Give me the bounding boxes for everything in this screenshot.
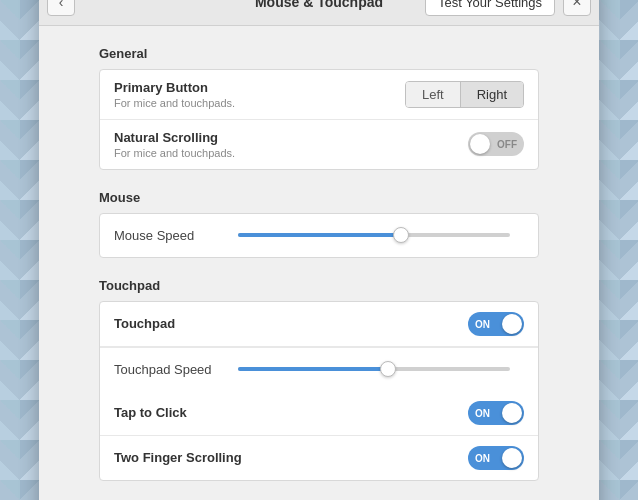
test-settings-button[interactable]: Test Your Settings [425,0,555,16]
general-section-title: General [99,46,539,61]
left-button[interactable]: Left [406,82,461,107]
natural-scrolling-label-group: Natural Scrolling For mice and touchpads… [114,130,235,159]
touchpad-knob [502,314,522,334]
mouse-speed-label: Mouse Speed [114,228,224,243]
mouse-speed-row: Mouse Speed [100,214,538,257]
two-finger-scrolling-knob [502,448,522,468]
tap-to-click-label: Tap to Click [114,405,187,420]
two-finger-scrolling-toggle[interactable]: ON [468,446,524,470]
two-finger-scrolling-label: Two Finger Scrolling [114,450,242,465]
close-button[interactable]: × [563,0,591,16]
touchpad-row: Touchpad ON [100,302,538,347]
tap-to-click-knob [502,403,522,423]
touchpad-speed-slider-wrap[interactable] [238,367,510,371]
back-button[interactable]: ‹ [47,0,75,16]
settings-window: ‹ Mouse & Touchpad Test Your Settings × … [39,0,599,500]
two-finger-scrolling-toggle-wrap: ON [468,446,524,470]
mouse-speed-slider-wrap[interactable] [238,233,510,237]
touchpad-speed-thumb[interactable] [380,361,396,377]
touchpad-speed-row: Touchpad Speed [100,347,538,391]
touchpad-speed-fill [238,367,388,371]
settings-content: General Primary Button For mice and touc… [39,26,599,501]
tap-to-click-row: Tap to Click ON [100,391,538,436]
mouse-speed-thumb[interactable] [393,227,409,243]
titlebar: ‹ Mouse & Touchpad Test Your Settings × [39,0,599,26]
titlebar-left: ‹ [47,0,75,16]
two-finger-scrolling-row: Two Finger Scrolling ON [100,436,538,480]
two-finger-scrolling-toggle-text: ON [475,452,490,463]
touchpad-toggle-wrap: ON [468,312,524,336]
window-title: Mouse & Touchpad [255,0,383,10]
natural-scrolling-toggle-wrap: OFF [468,132,524,156]
primary-button-row: Primary Button For mice and touchpads. L… [100,70,538,120]
primary-button-sublabel: For mice and touchpads. [114,97,235,109]
natural-scrolling-sublabel: For mice and touchpads. [114,147,235,159]
touchpad-section-box: Touchpad ON Touchpad Speed [99,301,539,481]
mouse-speed-track [238,233,510,237]
tap-to-click-toggle[interactable]: ON [468,401,524,425]
touchpad-section-title: Touchpad [99,278,539,293]
tap-to-click-toggle-wrap: ON [468,401,524,425]
mouse-speed-fill [238,233,401,237]
natural-scrolling-toggle-text: OFF [497,139,517,150]
mouse-section-title: Mouse [99,190,539,205]
natural-scrolling-knob [470,134,490,154]
natural-scrolling-row: Natural Scrolling For mice and touchpads… [100,120,538,169]
natural-scrolling-toggle[interactable]: OFF [468,132,524,156]
primary-button-toggle-group: Left Right [405,81,524,108]
touchpad-speed-label: Touchpad Speed [114,362,224,377]
touchpad-speed-track [238,367,510,371]
touchpad-toggle-text: ON [475,318,490,329]
touchpad-toggle[interactable]: ON [468,312,524,336]
general-section-box: Primary Button For mice and touchpads. L… [99,69,539,170]
primary-button-label: Primary Button [114,80,235,95]
natural-scrolling-label: Natural Scrolling [114,130,235,145]
tap-to-click-toggle-text: ON [475,407,490,418]
titlebar-right: Test Your Settings × [425,0,591,16]
touchpad-label: Touchpad [114,316,175,331]
right-button[interactable]: Right [461,82,523,107]
mouse-section-box: Mouse Speed [99,213,539,258]
primary-button-label-group: Primary Button For mice and touchpads. [114,80,235,109]
